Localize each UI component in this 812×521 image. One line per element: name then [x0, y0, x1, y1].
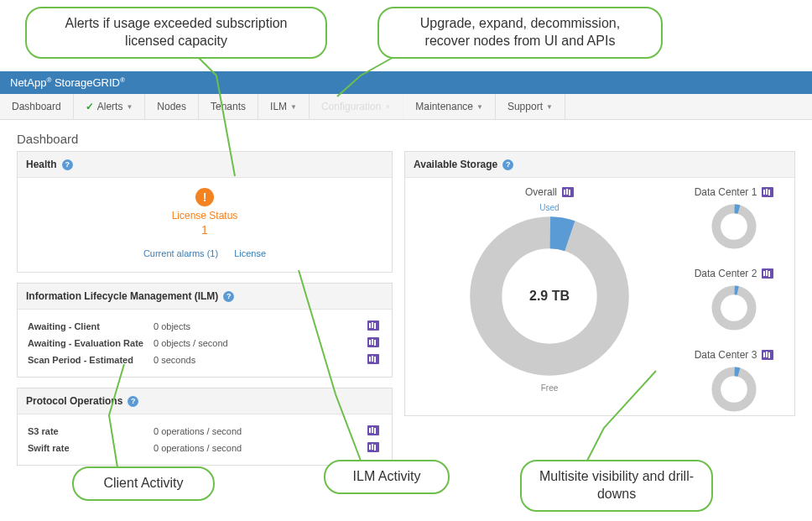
svg-point-2 — [716, 209, 752, 244]
link-current-alarms[interactable]: Current alarms (1) — [143, 248, 218, 258]
chart-icon[interactable] — [367, 320, 379, 331]
nav-ilm[interactable]: ILM▼ — [258, 94, 310, 119]
chevron-down-icon: ▼ — [290, 103, 297, 111]
dc3-donut-chart[interactable] — [710, 366, 757, 413]
chart-icon[interactable] — [562, 187, 574, 197]
protocol-panel-header: Protocol Operations ? — [18, 388, 392, 414]
protocol-panel: Protocol Operations ? S3 rate 0 operatio… — [17, 388, 393, 466]
link-license[interactable]: License — [234, 248, 266, 258]
storage-panel-header: Available Storage ? — [405, 152, 794, 178]
info-icon[interactable]: ? — [223, 291, 234, 302]
license-status-count: 1 — [18, 223, 392, 237]
protocol-row: S3 rate 0 operations / second — [28, 423, 382, 440]
ilm-panel-header: Information Lifecycle Management (ILM) ? — [18, 284, 392, 310]
ilm-panel: Information Lifecycle Management (ILM) ?… — [17, 283, 393, 378]
chart-icon[interactable] — [762, 187, 773, 197]
legend-free: Free — [415, 383, 684, 393]
legend-used: Used — [415, 203, 684, 212]
chart-icon[interactable] — [762, 268, 773, 279]
nav-tenants[interactable]: Tenants — [199, 94, 258, 119]
health-panel-header: Health ? — [18, 152, 392, 178]
dc-label: Data Center 2 — [695, 268, 757, 279]
dc-label: Data Center 3 — [695, 349, 757, 361]
alert-badge-icon[interactable]: ! — [195, 188, 214, 206]
nav-nodes[interactable]: Nodes — [145, 94, 199, 119]
protocol-row: Swift rate 0 operations / second — [28, 440, 382, 456]
dc2-donut-chart[interactable] — [710, 284, 757, 331]
chevron-down-icon: ▼ — [384, 103, 391, 111]
brand-storagegrid: StorageGRID — [55, 76, 120, 89]
chart-icon[interactable] — [762, 350, 773, 360]
ilm-row: Scan Period - Estimated 0 seconds — [28, 352, 382, 368]
main-nav: Dashboard ✓Alerts▼ Nodes Tenants ILM▼ Co… — [0, 94, 812, 120]
license-status-label: License Status — [18, 210, 392, 221]
info-icon[interactable]: ? — [62, 159, 73, 170]
ilm-row: Awaiting - Client 0 objects — [28, 318, 382, 335]
check-icon: ✓ — [86, 101, 94, 112]
storage-panel: Available Storage ? Overall Used 2.9 TB … — [404, 151, 795, 416]
nav-configuration[interactable]: Configuration▼ — [310, 94, 403, 119]
nav-alerts[interactable]: ✓Alerts▼ — [74, 94, 146, 119]
donut-total-label: 2.9 TB — [466, 212, 633, 380]
chevron-down-icon: ▼ — [476, 103, 483, 111]
dc-label: Data Center 1 — [695, 186, 757, 198]
overall-label: Overall — [525, 186, 557, 198]
ilm-row: Awaiting - Evaluation Rate 0 objects / s… — [28, 335, 382, 352]
brand-netapp: NetApp — [10, 76, 46, 89]
info-icon[interactable]: ? — [128, 396, 138, 407]
chart-icon[interactable] — [367, 354, 379, 364]
chart-icon[interactable] — [367, 337, 379, 347]
dc1-donut-chart[interactable] — [710, 203, 757, 250]
app-header: NetApp® StorageGRID® — [0, 71, 812, 94]
nav-maintenance[interactable]: Maintenance▼ — [403, 94, 496, 119]
annotation-alerts: Alerts if usage exceeded subscription li… — [25, 7, 327, 59]
chart-icon[interactable] — [367, 425, 379, 435]
page-title: Dashboard — [0, 120, 812, 151]
chevron-down-icon: ▼ — [126, 103, 133, 111]
svg-point-4 — [716, 290, 752, 326]
svg-point-6 — [716, 372, 752, 407]
info-icon[interactable]: ? — [502, 159, 513, 170]
annotation-client: Client Activity — [72, 466, 215, 501]
nav-support[interactable]: Support▼ — [496, 94, 565, 119]
annotation-ilm: ILM Activity — [324, 460, 450, 494]
nav-dashboard[interactable]: Dashboard — [0, 94, 74, 119]
annotation-maintenance: Upgrade, expand, decommission, recover n… — [377, 7, 663, 59]
chart-icon[interactable] — [367, 442, 379, 452]
health-panel: Health ? ! License Status 1 Current alar… — [17, 151, 393, 273]
chevron-down-icon: ▼ — [546, 103, 553, 111]
annotation-multisite: Multisite visibility and drill-downs — [520, 460, 713, 512]
